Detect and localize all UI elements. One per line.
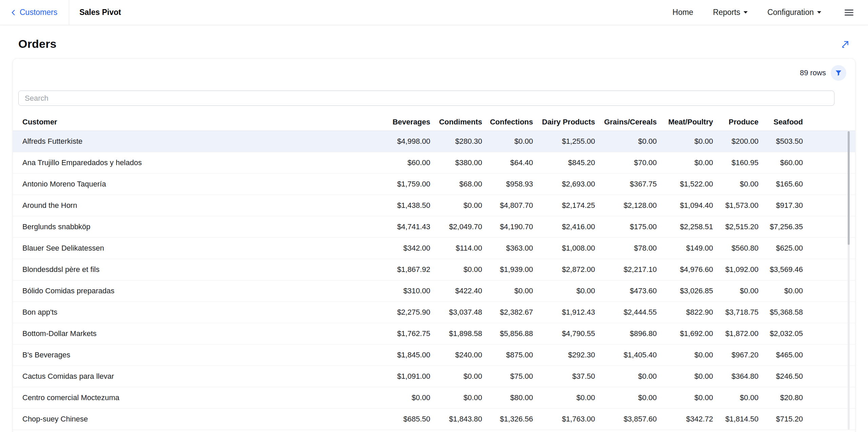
value-cell: $292.30 xyxy=(533,351,595,359)
customer-cell: Cactus Comidas para llevar xyxy=(22,372,376,381)
table-row[interactable]: Berglunds snabbköp$4,741.43$2,049.70$4,1… xyxy=(13,216,855,238)
customer-cell: Alfreds Futterkiste xyxy=(22,137,376,146)
column-header-seafood[interactable]: Seafood xyxy=(758,118,803,126)
customer-cell: Around the Horn xyxy=(22,201,376,210)
table-row[interactable]: Alfreds Futterkiste$4,998.00$280.30$0.00… xyxy=(13,131,855,152)
value-cell: $1,814.50 xyxy=(713,415,758,424)
customer-cell: Blauer See Delikatessen xyxy=(22,244,376,253)
scrollbar-thumb[interactable] xyxy=(848,131,850,245)
search-input[interactable] xyxy=(18,91,834,106)
value-cell: $5,856.88 xyxy=(482,329,533,338)
value-cell: $342.72 xyxy=(657,415,713,424)
customer-cell: Bon app'ts xyxy=(22,308,376,317)
value-cell: $20.80 xyxy=(758,393,803,402)
value-cell: $958.93 xyxy=(482,180,533,189)
value-cell: $1,939.00 xyxy=(482,265,533,274)
customer-cell: Antonio Moreno Taquería xyxy=(22,180,376,189)
table-row[interactable]: Chop-suey Chinese$685.50$1,843.80$1,326.… xyxy=(13,409,855,430)
column-header-dairy-products[interactable]: Dairy Products xyxy=(533,118,595,126)
nav-left: Customers Sales Pivot xyxy=(0,0,121,25)
value-cell: $896.80 xyxy=(595,329,657,338)
value-cell: $4,807.70 xyxy=(482,201,533,210)
value-cell: $5,368.58 xyxy=(758,308,803,317)
column-header-confections[interactable]: Confections xyxy=(482,118,533,126)
value-cell: $342.00 xyxy=(376,244,430,253)
value-cell: $4,998.00 xyxy=(376,137,430,146)
table-row[interactable]: Around the Horn$1,438.50$0.00$4,807.70$2… xyxy=(13,195,855,216)
value-cell: $0.00 xyxy=(657,372,713,381)
value-cell: $0.00 xyxy=(430,393,482,402)
caret-down-icon xyxy=(744,11,748,14)
column-header-meat-poultry[interactable]: Meat/Poultry xyxy=(657,118,713,126)
value-cell: $473.60 xyxy=(595,287,657,295)
value-cell: $1,326.56 xyxy=(482,415,533,424)
table-row[interactable]: Blauer See Delikatessen$342.00$114.00$36… xyxy=(13,238,855,259)
customer-cell: Centro comercial Moctezuma xyxy=(22,393,376,402)
table-scrollbar[interactable] xyxy=(848,131,850,430)
caret-down-icon xyxy=(817,11,821,14)
table-row[interactable]: Cactus Comidas para llevar$1,091.00$0.00… xyxy=(13,366,855,387)
value-cell: $4,976.60 xyxy=(657,265,713,274)
customer-cell: Blondesddsl père et fils xyxy=(22,265,376,274)
nav-item-configuration[interactable]: Configuration xyxy=(767,8,821,17)
column-header-produce[interactable]: Produce xyxy=(713,118,758,126)
table-header-row: CustomerBeveragesCondimentsConfectionsDa… xyxy=(13,113,855,131)
column-header-beverages[interactable]: Beverages xyxy=(376,118,430,126)
value-cell: $1,843.80 xyxy=(430,415,482,424)
value-cell: $1,405.40 xyxy=(595,351,657,359)
table-row[interactable]: Antonio Moreno Taquería$1,759.00$68.00$9… xyxy=(13,174,855,195)
value-cell: $2,032.05 xyxy=(758,329,803,338)
table-row[interactable]: Bottom-Dollar Markets$1,762.75$1,898.58$… xyxy=(13,323,855,345)
value-cell: $1,845.00 xyxy=(376,351,430,359)
nav-right: Home Reports Configuration xyxy=(672,0,868,25)
menu-button[interactable] xyxy=(842,7,856,18)
value-cell: $0.00 xyxy=(657,137,713,146)
value-cell: $3,026.85 xyxy=(657,287,713,295)
customer-cell: Ana Trujillo Emparedados y helados xyxy=(22,158,376,167)
column-header-customer[interactable]: Customer xyxy=(22,118,376,126)
customer-cell: Bottom-Dollar Markets xyxy=(22,329,376,338)
value-cell: $1,091.00 xyxy=(376,372,430,381)
value-cell: $0.00 xyxy=(430,201,482,210)
table-row[interactable]: Bon app'ts$2,275.90$3,037.48$2,382.67$1,… xyxy=(13,302,855,323)
nav-item-configuration-label: Configuration xyxy=(767,8,814,17)
table-row[interactable]: B's Beverages$1,845.00$240.00$875.00$292… xyxy=(13,345,855,366)
value-cell: $1,008.00 xyxy=(533,244,595,253)
nav-item-home[interactable]: Home xyxy=(672,8,693,17)
value-cell: $0.00 xyxy=(713,180,758,189)
value-cell: $967.20 xyxy=(713,351,758,359)
value-cell: $240.00 xyxy=(430,351,482,359)
column-header-condiments[interactable]: Condiments xyxy=(430,118,482,126)
expand-icon xyxy=(841,40,850,48)
table-row[interactable]: Blondesddsl père et fils$1,867.92$0.00$1… xyxy=(13,259,855,280)
table-row[interactable]: Bólido Comidas preparadas$310.00$422.40$… xyxy=(13,280,855,302)
table-row[interactable]: Centro comercial Moctezuma$0.00$0.00$80.… xyxy=(13,387,855,409)
expand-button[interactable] xyxy=(840,38,851,50)
value-cell: $4,790.55 xyxy=(533,329,595,338)
value-cell: $114.00 xyxy=(430,244,482,253)
column-header-grains-cereals[interactable]: Grains/Cereals xyxy=(595,118,657,126)
value-cell: $2,258.51 xyxy=(657,222,713,231)
value-cell: $200.00 xyxy=(713,137,758,146)
value-cell: $0.00 xyxy=(713,393,758,402)
value-cell: $3,569.46 xyxy=(758,265,803,274)
value-cell: $685.50 xyxy=(376,415,430,424)
value-cell: $1,094.40 xyxy=(657,201,713,210)
back-chevron-icon xyxy=(10,9,17,16)
value-cell: $0.00 xyxy=(430,265,482,274)
value-cell: $2,049.70 xyxy=(430,222,482,231)
filter-button[interactable] xyxy=(831,65,846,81)
back-customers-link[interactable]: Customers xyxy=(0,0,69,25)
value-cell: $160.95 xyxy=(713,158,758,167)
value-cell: $2,275.90 xyxy=(376,308,430,317)
value-cell: $246.50 xyxy=(758,372,803,381)
value-cell: $1,438.50 xyxy=(376,201,430,210)
table-row[interactable]: Ana Trujillo Emparedados y helados$60.00… xyxy=(13,152,855,174)
top-nav: Customers Sales Pivot Home Reports Confi… xyxy=(0,0,868,25)
customer-cell: Chop-suey Chinese xyxy=(22,415,376,424)
main-content: Orders 89 rows CustomerBeveragesCondimen… xyxy=(0,25,868,432)
value-cell: $4,741.43 xyxy=(376,222,430,231)
customer-cell: Berglunds snabbköp xyxy=(22,222,376,231)
nav-item-reports[interactable]: Reports xyxy=(713,8,748,17)
value-cell: $1,522.00 xyxy=(657,180,713,189)
